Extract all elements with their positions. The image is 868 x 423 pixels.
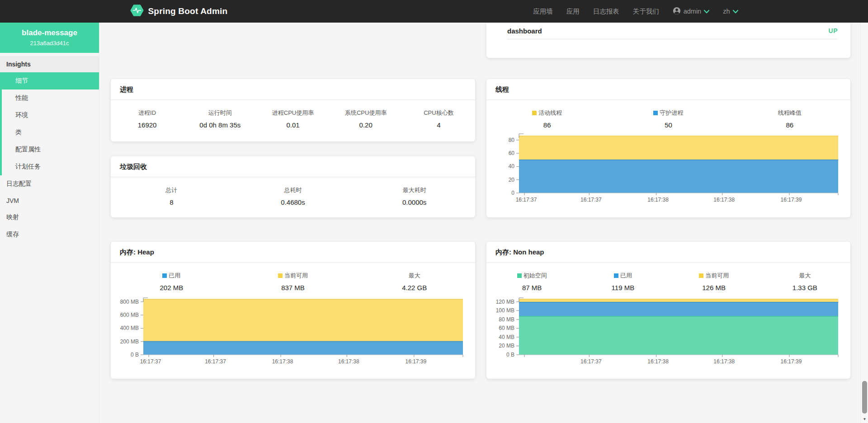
process-card: 进程 进程ID 16920 运行时间 0d 0h 8m 35s 进程CPU使用率… <box>111 79 475 141</box>
card-title: 进程 <box>111 79 475 100</box>
svg-text:16:17:37: 16:17:37 <box>580 197 602 203</box>
stat-cpu-cores: CPU核心数 4 <box>402 109 475 129</box>
user-avatar-icon <box>673 7 681 16</box>
sidebar-item-caches[interactable]: 缓存 <box>0 226 99 243</box>
svg-text:600 MB: 600 MB <box>120 312 139 318</box>
application-header[interactable]: blade-message 213a6ad3d41c <box>0 23 99 53</box>
sidebar-item-config-properties[interactable]: 配置属性 <box>2 141 99 158</box>
legend-swatch <box>162 273 167 278</box>
svg-text:80 MB: 80 MB <box>499 316 514 323</box>
legend-heap-max: 最大 4.22 GB <box>354 272 475 291</box>
locale-menu[interactable]: zh <box>723 8 738 15</box>
brand[interactable]: Spring Boot Admin <box>130 4 228 19</box>
sidebar-item-scheduled-tasks[interactable]: 计划任务 <box>2 158 99 175</box>
nav-link-about[interactable]: 关于我们 <box>633 7 659 16</box>
stat-gc-max-time: 最大耗时 0.0000s <box>354 186 475 206</box>
legend-heap-size: 当前可用 837 MB <box>232 272 354 291</box>
scrollbar[interactable]: ▲ ▼ <box>860 0 868 423</box>
card-title: 线程 <box>486 79 850 100</box>
legend-daemon-threads: 守护进程 50 <box>608 109 729 129</box>
svg-text:16:17:38: 16:17:38 <box>272 358 293 365</box>
gc-stats: 总计 8 总耗时 0.4680s 最大耗时 0.0000s <box>111 186 475 206</box>
sidebar-group-insights[interactable]: Insights <box>0 56 99 72</box>
svg-text:0: 0 <box>511 190 514 196</box>
svg-text:60: 60 <box>509 150 515 156</box>
svg-text:200 MB: 200 MB <box>120 338 139 345</box>
sidebar-item-classes[interactable]: 类 <box>2 124 99 141</box>
sidebar-item-details[interactable]: 细节 <box>0 72 99 89</box>
memory-nonheap-card: 内存: Non heap 初始空间 87 MB 已用 119 MB 当前可用 1… <box>486 242 850 379</box>
svg-text:0 B: 0 B <box>131 352 139 358</box>
instance-row[interactable]: dashboard UP <box>507 23 838 39</box>
svg-text:16:17:39: 16:17:39 <box>781 358 802 365</box>
main-content: dashboard UP 进程 进程ID 16920 运行时间 0d 0h 8m… <box>100 23 860 423</box>
stat-process-cpu: 进程CPU使用率 0.01 <box>256 109 329 129</box>
svg-text:16:17:39: 16:17:39 <box>781 197 802 203</box>
legend-peak-threads: 线程峰值 86 <box>729 109 850 129</box>
svg-text:16:17:38: 16:17:38 <box>338 358 359 365</box>
memory-heap-card: 内存: Heap 已用 202 MB 当前可用 837 MB 最大 4.22 G… <box>111 242 475 379</box>
process-stats: 进程ID 16920 运行时间 0d 0h 8m 35s 进程CPU使用率 0.… <box>111 109 475 129</box>
legend-swatch <box>517 273 522 278</box>
svg-text:16:17:37: 16:17:37 <box>580 358 602 365</box>
nonheap-legend: 初始空间 87 MB 已用 119 MB 当前可用 126 MB 最大 1.33… <box>486 272 850 291</box>
sidebar-menu: Insights 细节 性能 环境 类 配置属性 计划任务 日志配置 JVM 映… <box>0 56 99 243</box>
app-logo-icon <box>130 4 144 19</box>
chevron-down-icon <box>733 8 738 15</box>
stat-gc-total-time: 总耗时 0.4680s <box>232 186 354 206</box>
sidebar-item-loggers[interactable]: 日志配置 <box>0 175 99 193</box>
stat-uptime: 运行时间 0d 0h 8m 35s <box>184 109 256 129</box>
sidebar-item-jvm[interactable]: JVM <box>0 193 99 209</box>
memory-nonheap-chart: 0 B20 MB40 MB60 MB80 MB100 MB120 MB16:17… <box>486 294 850 376</box>
legend-swatch <box>699 273 703 278</box>
svg-text:80: 80 <box>509 137 515 143</box>
chevron-down-icon <box>704 8 709 15</box>
legend-nonheap-max: 最大 1.33 GB <box>760 272 850 291</box>
threads-card: 线程 活动线程 86 守护进程 50 线程峰值 86 02040608016:1… <box>486 79 850 217</box>
svg-text:20: 20 <box>509 177 515 183</box>
svg-text:20 MB: 20 MB <box>499 343 514 349</box>
threads-legend: 活动线程 86 守护进程 50 线程峰值 86 <box>486 109 850 129</box>
legend-nonheap-used: 已用 119 MB <box>577 272 668 291</box>
nav-link-applications[interactable]: 应用 <box>566 7 580 16</box>
user-menu[interactable]: admin <box>673 7 710 16</box>
legend-swatch <box>278 273 283 278</box>
application-name: blade-message <box>4 28 95 38</box>
svg-text:400 MB: 400 MB <box>120 325 139 331</box>
threads-chart: 02040608016:17:3716:17:3716:17:3816:17:3… <box>486 130 850 212</box>
svg-text:16:17:38: 16:17:38 <box>647 197 669 203</box>
svg-text:16:17:38: 16:17:38 <box>713 358 735 365</box>
nav-link-wall[interactable]: 应用墙 <box>533 7 553 16</box>
legend-swatch <box>653 111 658 115</box>
legend-live-threads: 活动线程 86 <box>486 109 608 129</box>
legend-nonheap-size: 当前可用 126 MB <box>669 272 760 291</box>
legend-swatch <box>532 111 537 115</box>
card-title: 内存: Non heap <box>486 242 850 263</box>
scrollbar-thumb[interactable] <box>862 381 867 414</box>
svg-text:16:17:37: 16:17:37 <box>205 358 226 365</box>
legend-swatch <box>614 273 618 278</box>
svg-text:40 MB: 40 MB <box>499 334 514 340</box>
stat-pid: 进程ID 16920 <box>111 109 184 129</box>
scroll-down-button[interactable]: ▼ <box>861 415 868 423</box>
svg-text:16:17:37: 16:17:37 <box>140 358 161 365</box>
legend-nonheap-initial: 初始空间 87 MB <box>486 272 577 291</box>
legend-heap-used: 已用 202 MB <box>111 272 232 291</box>
svg-text:120 MB: 120 MB <box>496 299 514 305</box>
svg-text:16:17:39: 16:17:39 <box>405 358 426 365</box>
svg-text:60 MB: 60 MB <box>499 325 514 331</box>
nav-link-journal[interactable]: 日志报表 <box>593 7 619 16</box>
heap-legend: 已用 202 MB 当前可用 837 MB 最大 4.22 GB <box>111 272 475 291</box>
gc-card: 垃圾回收 总计 8 总耗时 0.4680s 最大耗时 0.0000s <box>111 156 475 217</box>
instance-id: 213a6ad3d41c <box>4 40 95 47</box>
insights-submenu: 细节 性能 环境 类 配置属性 计划任务 <box>0 72 99 175</box>
stat-system-cpu: 系统CPU使用率 0.20 <box>330 109 402 129</box>
user-name: admin <box>684 8 702 15</box>
sidebar-item-mappings[interactable]: 映射 <box>0 209 99 226</box>
status-badge: UP <box>829 27 838 34</box>
svg-text:16:17:37: 16:17:37 <box>516 197 537 203</box>
sidebar-item-environment[interactable]: 环境 <box>2 107 99 124</box>
nav-links: 应用墙 应用 日志报表 关于我们 admin zh <box>533 7 738 16</box>
locale-label: zh <box>723 8 730 15</box>
sidebar-item-metrics[interactable]: 性能 <box>2 89 99 107</box>
